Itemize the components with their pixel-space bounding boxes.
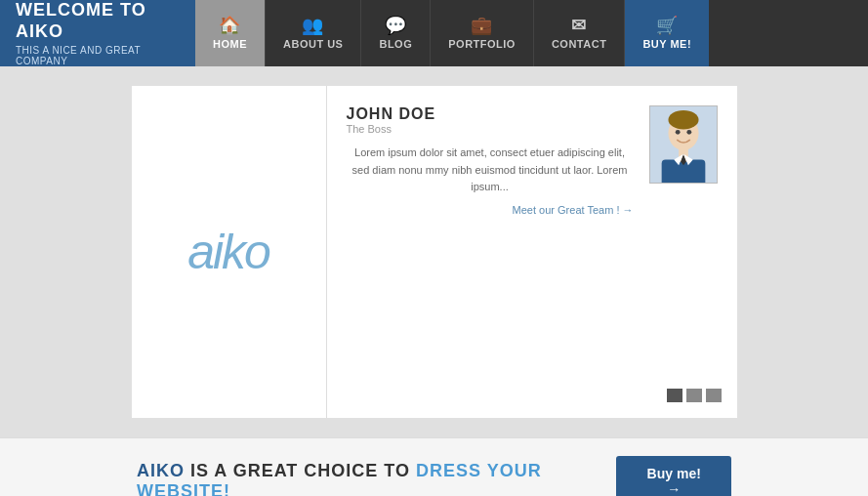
slider-dot-1[interactable] <box>667 389 682 402</box>
team-section: JOHN DOE The Boss Lorem ipsum dolor sit … <box>347 105 718 216</box>
content-left: aiko <box>132 86 327 418</box>
nav-label-contact: CONTACT <box>552 38 606 50</box>
svg-point-9 <box>686 130 691 135</box>
nav-item-about[interactable]: 👥 ABOUT US <box>266 0 361 66</box>
footer-text-part2: IS A GREAT CHOICE TO <box>185 461 416 480</box>
contact-icon: ✉ <box>571 17 587 34</box>
nav-item-contact[interactable]: ✉ CONTACT <box>534 0 625 66</box>
nav-label-blog: BLOG <box>379 38 412 50</box>
main-wrapper: aiko JOHN DOE The Boss Lorem ipsum dolor… <box>0 66 868 437</box>
nav-label-home: HOME <box>213 38 247 50</box>
nav-label-buy: BUY ME! <box>642 38 691 50</box>
footer-brand: AIKO <box>137 461 185 480</box>
about-icon: 👥 <box>302 17 324 34</box>
nav-item-portfolio[interactable]: 💼 PORTFOLIO <box>431 0 534 66</box>
nav-item-home[interactable]: 🏠 HOME <box>195 0 266 66</box>
brand-subtitle: THIS A NICE AND GREAT COMPANY <box>16 45 180 66</box>
nav-item-blog[interactable]: 💬 BLOG <box>361 0 431 66</box>
blog-icon: 💬 <box>385 17 407 34</box>
nav-label-about: ABOUT US <box>283 38 343 50</box>
content-right: JOHN DOE The Boss Lorem ipsum dolor sit … <box>327 86 737 418</box>
header: WELCOME TO AIKO THIS A NICE AND GREAT CO… <box>0 0 868 66</box>
slider-dots <box>667 389 722 402</box>
nav-label-portfolio: PORTFOLIO <box>448 38 516 50</box>
svg-point-8 <box>675 130 680 135</box>
buy-icon: 🛒 <box>656 17 679 34</box>
team-photo-svg <box>650 105 717 184</box>
team-link[interactable]: Meet our Great Team ! → <box>347 204 634 216</box>
main-nav: 🏠 HOME 👥 ABOUT US 💬 BLOG 💼 PORTFOLIO ✉ C… <box>195 0 868 66</box>
team-description: Lorem ipsum dolor sit amet, consect etue… <box>347 145 634 196</box>
team-name: JOHN DOE <box>347 105 634 123</box>
footer-text: AIKO IS A GREAT CHOICE TO DRESS YOUR WEB… <box>137 461 616 496</box>
brand-area: WELCOME TO AIKO THIS A NICE AND GREAT CO… <box>0 0 195 66</box>
team-role: The Boss <box>347 123 634 135</box>
slider-dot-3[interactable] <box>706 389 722 402</box>
content-box: aiko JOHN DOE The Boss Lorem ipsum dolor… <box>132 86 737 418</box>
logo-text: aiko <box>187 224 269 280</box>
portfolio-icon: 💼 <box>471 17 493 34</box>
brand-title: WELCOME TO AIKO <box>16 0 180 42</box>
nav-item-buy[interactable]: 🛒 BUY ME! <box>625 0 709 66</box>
slider-dot-2[interactable] <box>686 389 702 402</box>
home-icon: 🏠 <box>219 17 241 34</box>
buy-me-button[interactable]: Buy me! → <box>616 456 731 496</box>
svg-point-2 <box>668 110 698 129</box>
footer-banner: AIKO IS A GREAT CHOICE TO DRESS YOUR WEB… <box>0 437 868 496</box>
team-info: JOHN DOE The Boss Lorem ipsum dolor sit … <box>347 105 634 216</box>
team-photo <box>649 105 718 184</box>
